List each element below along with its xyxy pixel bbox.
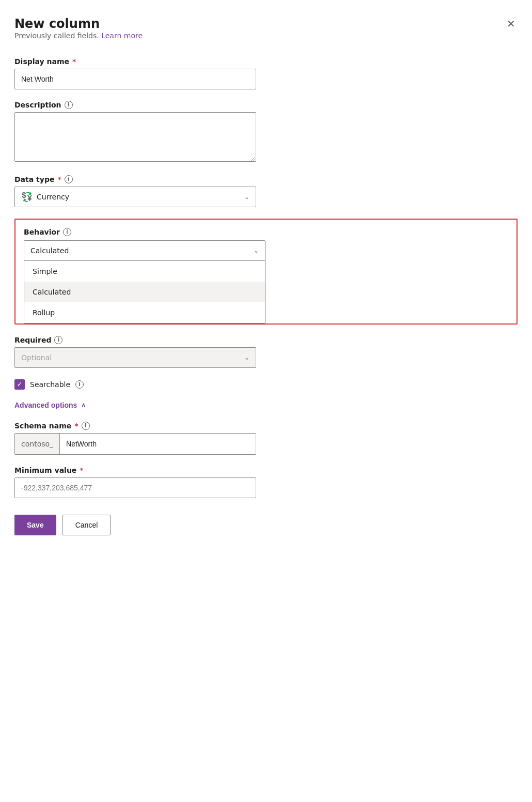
panel-subtitle: Previously called fields. Learn more	[14, 32, 143, 40]
schema-name-prefix: contoso_	[15, 434, 60, 454]
currency-icon: 💱	[21, 191, 33, 202]
display-name-required-star: *	[72, 57, 76, 66]
searchable-row: ✓ Searchable i	[14, 379, 518, 390]
searchable-info-icon[interactable]: i	[75, 380, 84, 389]
behavior-dropdown[interactable]: Calculated ⌄ Simple Calculated Rollup	[24, 240, 265, 323]
behavior-dropdown-header[interactable]: Calculated ⌄	[24, 240, 265, 261]
schema-name-label: Schema name * i	[14, 422, 518, 430]
schema-name-info-icon[interactable]: i	[82, 422, 90, 430]
data-type-section: Data type * i 💱 Currency ⌄	[14, 175, 518, 207]
subtitle-text: Previously called fields.	[14, 32, 99, 40]
minimum-value-label: Minimum value *	[14, 466, 518, 474]
panel-title-group: New column Previously called fields. Lea…	[14, 17, 143, 54]
footer-buttons: Save Cancel	[14, 515, 518, 535]
minimum-value-required-star: *	[80, 466, 83, 474]
data-type-select[interactable]: 💱 Currency ⌄	[14, 187, 256, 207]
searchable-label: Searchable	[30, 380, 70, 389]
advanced-options-chevron-icon: ∧	[81, 402, 86, 409]
behavior-dropdown-options: Simple Calculated Rollup	[24, 261, 265, 323]
description-input[interactable]	[14, 112, 256, 162]
behavior-option-rollup[interactable]: Rollup	[24, 302, 265, 323]
behavior-selected-value: Calculated	[30, 246, 69, 255]
required-select-display[interactable]: Optional ⌄	[14, 347, 256, 368]
data-type-value: Currency	[37, 193, 69, 201]
required-chevron-icon: ⌄	[244, 354, 249, 361]
data-type-info-icon[interactable]: i	[65, 175, 73, 183]
required-section: Required i Optional ⌄	[14, 336, 518, 368]
searchable-checkbox[interactable]: ✓	[14, 379, 25, 390]
cancel-button[interactable]: Cancel	[62, 515, 111, 535]
schema-name-required-star: *	[74, 422, 78, 430]
panel-header: New column Previously called fields. Lea…	[14, 17, 518, 54]
data-type-label: Data type * i	[14, 175, 518, 183]
schema-name-input-wrap: contoso_	[14, 433, 256, 455]
description-section: Description i	[14, 101, 518, 164]
description-info-icon[interactable]: i	[65, 101, 73, 109]
display-name-section: Display name *	[14, 57, 518, 89]
description-label: Description i	[14, 101, 518, 109]
behavior-chevron-icon: ⌄	[254, 247, 259, 254]
learn-more-link[interactable]: Learn more	[101, 32, 143, 40]
display-name-input[interactable]	[14, 69, 256, 89]
data-type-required-star: *	[57, 175, 61, 183]
data-type-select-display[interactable]: 💱 Currency ⌄	[14, 187, 256, 207]
save-button[interactable]: Save	[14, 515, 56, 535]
close-button[interactable]: ✕	[505, 17, 518, 31]
schema-name-section: Schema name * i contoso_	[14, 422, 518, 455]
data-type-chevron-icon: ⌄	[244, 193, 249, 201]
behavior-section: Behavior i Calculated ⌄ Simple Calculate…	[14, 219, 518, 325]
advanced-options-label: Advanced options	[14, 401, 77, 409]
new-column-panel: New column Previously called fields. Lea…	[0, 0, 532, 802]
behavior-option-simple[interactable]: Simple	[24, 261, 265, 282]
advanced-options-toggle[interactable]: Advanced options ∧	[14, 401, 86, 409]
minimum-value-input[interactable]	[14, 477, 256, 498]
required-value: Optional	[21, 353, 52, 362]
check-icon: ✓	[17, 381, 23, 388]
display-name-label: Display name *	[14, 57, 518, 66]
required-select[interactable]: Optional ⌄	[14, 347, 256, 368]
behavior-option-calculated[interactable]: Calculated	[24, 282, 265, 302]
behavior-info-icon[interactable]: i	[63, 228, 71, 236]
required-label: Required i	[14, 336, 518, 344]
required-info-icon[interactable]: i	[54, 336, 62, 344]
minimum-value-section: Minimum value *	[14, 466, 518, 498]
behavior-label: Behavior i	[24, 228, 508, 236]
panel-title: New column	[14, 17, 143, 32]
schema-name-input[interactable]	[60, 434, 256, 454]
